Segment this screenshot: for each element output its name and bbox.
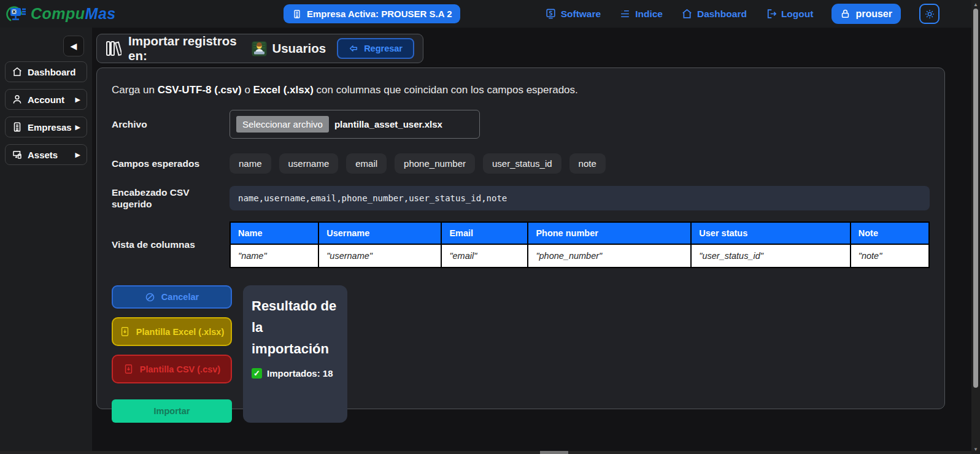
table-header-cell: Name (230, 222, 318, 244)
list-index-icon (619, 8, 631, 20)
file-download-icon (123, 364, 134, 374)
home-icon (681, 8, 693, 20)
nav-link-indice[interactable]: Indice (619, 8, 663, 20)
building-icon (12, 121, 23, 133)
actions-section: Cancelar Plantilla Excel (.xlsx) (112, 285, 930, 423)
navbar-links: Software Indice Dashboard (545, 4, 971, 24)
expected-fields-row: Campos esperados nameusernameemailphone_… (112, 153, 930, 174)
table-header-cell: User status (691, 222, 850, 244)
library-books-icon (106, 40, 122, 57)
expected-field-chip: user_status_id (483, 153, 561, 174)
chevron-right-icon: ▶ (75, 151, 80, 159)
back-button-label: Regresar (364, 44, 403, 53)
horizontal-scrollbar-thumb[interactable] (540, 451, 568, 454)
expected-fields-label: Campos esperados (112, 158, 230, 169)
file-select-button[interactable]: Seleccionar archivo (236, 116, 329, 133)
compumas-logo-icon (6, 4, 27, 24)
logout-icon (765, 8, 777, 20)
cancel-button[interactable]: Cancelar (112, 285, 232, 309)
user-menu-button[interactable]: prouser (831, 4, 901, 24)
scroll-down-arrow-icon[interactable]: ▼ (971, 447, 980, 452)
table-value-cell: "user_status_id" (691, 244, 850, 267)
devices-icon (12, 149, 23, 160)
chevron-right-icon: ▶ (75, 96, 80, 104)
lock-icon (840, 9, 851, 19)
horizontal-scrollbar[interactable] (0, 451, 971, 454)
main-content-area: Importar registros en: Usuarios Regresar… (92, 28, 971, 454)
check-mark-icon: ✓ (252, 368, 262, 379)
table-header-row: NameUsernameEmailPhone numberUser status… (230, 222, 929, 244)
sidebar-item-assets[interactable]: Assets ▶ (5, 144, 87, 165)
sidebar-item-empresas[interactable]: Empresas ▶ (5, 117, 87, 137)
nav-link-dashboard[interactable]: Dashboard (681, 8, 747, 20)
back-button[interactable]: Regresar (337, 38, 414, 59)
theme-toggle-button[interactable] (919, 4, 939, 24)
file-row: Archivo Seleccionar archivo plantilla_as… (112, 110, 930, 139)
csv-header-row: Encabezado CSV sugerido name,username,em… (112, 186, 930, 210)
import-button-label: Importar (154, 406, 190, 416)
app-logo[interactable]: CompuMas (6, 4, 116, 24)
sidebar-item-label: Empresas (28, 122, 72, 133)
import-result-panel: Resultado de la importación ✓ Importados… (243, 285, 347, 423)
sidebar-item-label: Dashboard (28, 67, 75, 77)
expected-field-chip: username (279, 153, 339, 174)
active-company-button[interactable]: Empresa Activa: PROUSER S.A 2 (284, 4, 460, 23)
back-arrow-icon (349, 44, 358, 53)
selected-filename: plantilla_asset_user.xlsx (334, 119, 442, 129)
file-row-label: Archivo (112, 118, 230, 130)
sidebar-item-label: Assets (28, 150, 58, 160)
sidebar-item-label: Account (28, 94, 64, 105)
columns-preview-label: Vista de columnas (112, 239, 230, 250)
file-input[interactable]: Seleccionar archivo plantilla_asset_user… (230, 110, 480, 139)
left-sidebar: ◀ Dashboard Account ▶ (0, 28, 92, 454)
expected-field-chip: name (230, 153, 271, 174)
nav-link-label: Dashboard (697, 9, 747, 20)
excel-template-button[interactable]: Plantilla Excel (.xlsx) (112, 317, 232, 346)
nav-link-software[interactable]: Software (545, 8, 601, 20)
table-value-cell: "note" (851, 244, 929, 267)
table-header-cell: Note (851, 222, 929, 244)
table-value-row: "name""username""email""phone_number""us… (230, 244, 929, 267)
columns-preview-row: Vista de columnas NameUsernameEmailPhone… (112, 221, 930, 268)
active-company-label: Empresa Activa: PROUSER S.A 2 (307, 9, 452, 19)
top-navbar: CompuMas Empresa Activa: PROUSER S.A 2 S… (0, 0, 971, 28)
scroll-up-arrow-icon[interactable]: ▲ (971, 2, 980, 7)
import-button[interactable]: Importar (112, 399, 232, 423)
person-icon (12, 94, 23, 105)
sidebar-collapse-button[interactable]: ◀ (63, 36, 84, 56)
username-label: prouser (855, 9, 892, 20)
entity-name: Usuarios (272, 41, 326, 56)
csv-header-label: Encabezado CSV sugerido (112, 187, 230, 210)
page-title: Importar registros en: (128, 34, 245, 63)
table-value-cell: "name" (230, 244, 318, 267)
result-title: Resultado de la importación (252, 295, 339, 360)
action-buttons-column: Cancelar Plantilla Excel (.xlsx) (112, 285, 232, 423)
excel-template-label: Plantilla Excel (.xlsx) (136, 327, 224, 337)
expected-field-chip: note (569, 153, 606, 174)
expected-fields-chips: nameusernameemailphone_numberuser_status… (230, 153, 606, 174)
table-value-cell: "username" (318, 244, 441, 267)
upload-instruction: Carga un CSV-UTF-8 (.csv) o Excel (.xlsx… (112, 84, 930, 96)
imported-count-text: Importados: 18 (267, 368, 333, 379)
expected-field-chip: email (346, 153, 387, 174)
collapse-arrow-icon: ◀ (71, 41, 77, 51)
cancel-button-label: Cancelar (161, 292, 199, 302)
nav-link-label: Indice (635, 9, 663, 20)
sun-icon (924, 9, 935, 20)
page-header: Importar registros en: Usuarios Regresar (96, 34, 423, 63)
home-icon (12, 66, 23, 77)
table-value-cell: "email" (441, 244, 528, 267)
sidebar-item-account[interactable]: Account ▶ (5, 89, 87, 110)
vertical-scrollbar-thumb[interactable] (973, 9, 978, 388)
sidebar-item-dashboard[interactable]: Dashboard (5, 61, 87, 82)
chevron-right-icon: ▶ (75, 123, 80, 131)
company-building-icon (292, 9, 302, 19)
table-header-cell: Email (441, 222, 528, 244)
nav-link-label: Software (561, 9, 601, 20)
software-icon (545, 8, 557, 20)
csv-template-button[interactable]: Plantilla CSV (.csv) (112, 355, 232, 383)
table-header-cell: Phone number (528, 222, 691, 244)
vertical-scrollbar[interactable]: ▲ ▼ (971, 0, 980, 454)
table-value-cell: "phone_number" (528, 244, 691, 267)
nav-link-logout[interactable]: Logout (765, 8, 814, 20)
